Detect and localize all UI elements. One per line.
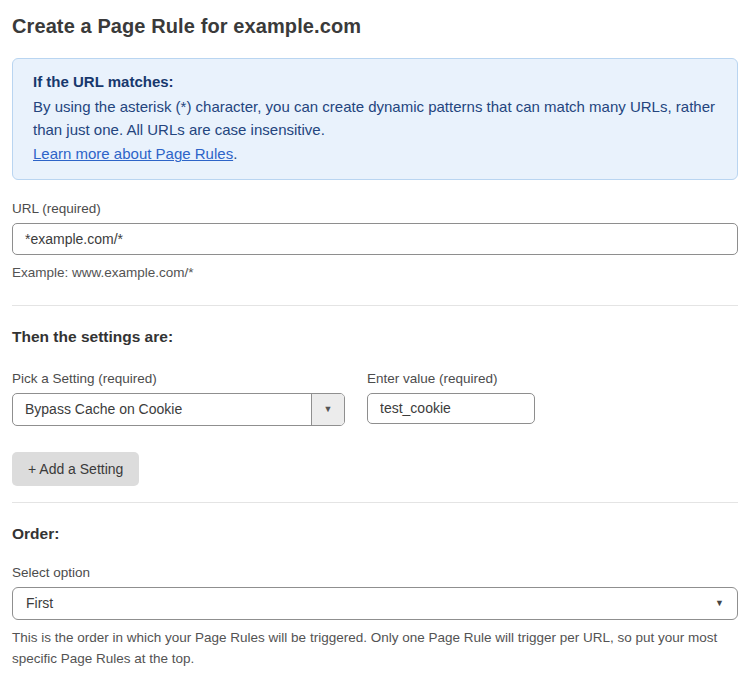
url-section: URL (required) Example: www.example.com/… [12, 201, 738, 284]
setting-value-label: Enter value (required) [367, 371, 535, 386]
add-setting-button[interactable]: + Add a Setting [12, 452, 139, 486]
order-select-value: First [13, 588, 737, 619]
chevron-down-icon: ▼ [324, 404, 333, 414]
divider [12, 305, 738, 306]
divider [12, 502, 738, 503]
page-rule-form: Create a Page Rule for example.com If th… [0, 0, 750, 688]
page-title: Create a Page Rule for example.com [12, 0, 738, 58]
url-matches-info-box: If the URL matches: By using the asteris… [12, 58, 738, 180]
setting-select-value: Bypass Cache on Cookie [13, 394, 311, 425]
url-label: URL (required) [12, 201, 738, 216]
learn-more-link[interactable]: Learn more about Page Rules [33, 145, 233, 162]
chevron-down-icon: ▼ [715, 588, 724, 619]
setting-select-arrow-button[interactable]: ▼ [311, 394, 344, 425]
info-box-body: By using the asterisk (*) character, you… [33, 95, 717, 142]
order-helper-text: This is the order in which your Page Rul… [12, 628, 732, 670]
setting-picker-label: Pick a Setting (required) [12, 371, 345, 386]
setting-picker-group: Pick a Setting (required) Bypass Cache o… [12, 371, 345, 426]
setting-value-group: Enter value (required) [367, 371, 535, 424]
setting-select[interactable]: Bypass Cache on Cookie ▼ [12, 393, 345, 426]
settings-row: Pick a Setting (required) Bypass Cache o… [12, 371, 738, 426]
order-heading: Order: [12, 525, 738, 543]
link-period: . [233, 145, 237, 162]
url-input[interactable] [12, 223, 738, 255]
settings-section: Then the settings are: Pick a Setting (r… [12, 328, 738, 486]
info-box-heading: If the URL matches: [33, 70, 717, 94]
setting-value-input[interactable] [367, 393, 535, 424]
order-select[interactable]: First ▼ [12, 587, 738, 620]
order-select-label: Select option [12, 565, 738, 580]
order-section: Order: Select option First ▼ This is the… [12, 525, 738, 670]
info-box-link-line: Learn more about Page Rules. [33, 142, 717, 166]
url-example-helper: Example: www.example.com/* [12, 263, 738, 284]
settings-heading: Then the settings are: [12, 328, 738, 346]
